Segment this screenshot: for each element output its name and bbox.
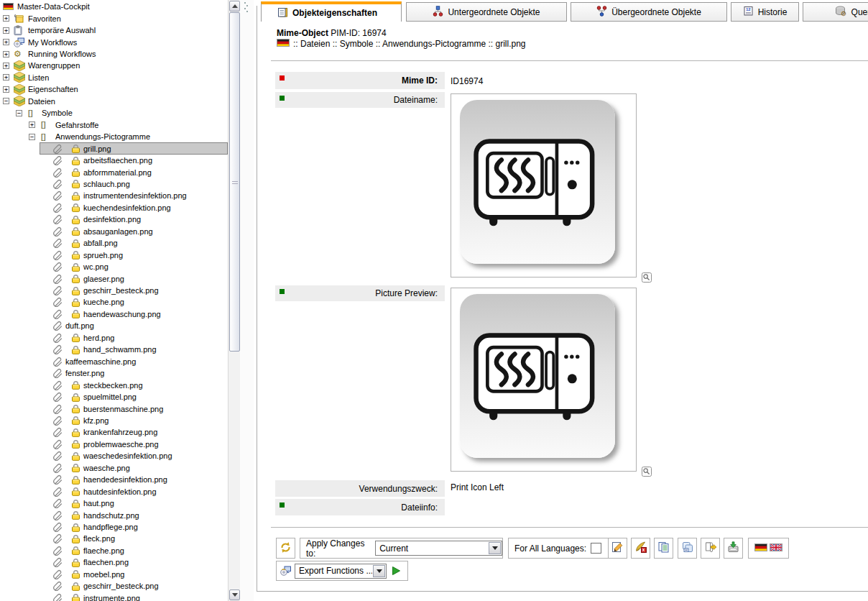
tree-file-label[interactable]: sprueh.png (82, 251, 124, 260)
tree-file-label[interactable]: flaeche.png (82, 546, 126, 555)
brackets-icon: [] (41, 133, 46, 141)
tree-file-label[interactable]: waesche.png (82, 464, 131, 472)
export-functions-select[interactable]: Export Functions ... (295, 564, 387, 579)
tree-file-label[interactable]: haut.png (82, 499, 116, 508)
tree-file-label[interactable]: abformmaterial.png (82, 168, 153, 177)
tree-file-label[interactable]: herd.png (82, 334, 116, 342)
expand-toggle[interactable]: + (3, 63, 9, 69)
tree-file-label[interactable]: fleck.png (82, 534, 116, 543)
tree-node-label[interactable]: Anwendungs-Pictogramme (54, 132, 152, 141)
tree-node-label[interactable]: Warengruppen (27, 61, 81, 70)
tree-file-label[interactable]: handpflege.png (82, 523, 139, 531)
for-all-languages-checkbox[interactable] (591, 543, 601, 554)
tree-file-label[interactable]: kueche.png (82, 298, 126, 306)
tree-file-label[interactable]: abfall.png (82, 239, 119, 247)
tree-file-label[interactable]: handschutz.png (82, 511, 141, 520)
expand-toggle[interactable]: + (3, 15, 9, 22)
tree-scrollbar[interactable] (228, 0, 240, 601)
refresh-button[interactable] (276, 538, 295, 559)
collapse-toggle[interactable]: − (3, 98, 9, 104)
tree-root-label[interactable]: Master-Data-Cockpit (16, 2, 91, 11)
tree-node-label[interactable]: Listen (27, 73, 50, 82)
tab-query-tool[interactable]: ⚙ Query Tool (803, 2, 868, 22)
collapse-toggle[interactable]: − (29, 134, 35, 140)
tree-file-label[interactable]: schlauch.png (82, 180, 131, 188)
tree-node-label[interactable]: Favoriten (27, 14, 63, 23)
expand-toggle[interactable]: + (3, 51, 9, 58)
tree-file-label[interactable]: duft.png (64, 321, 96, 330)
dropdown-button[interactable] (373, 565, 385, 577)
tree-node-label[interactable]: Symbole (40, 109, 74, 117)
scrollbar-thumb[interactable] (229, 12, 240, 352)
run-export-icon[interactable] (392, 566, 401, 576)
tree-file-label[interactable]: hand_schwamm.png (82, 345, 158, 354)
tree-node-label[interactable]: Gefahrstoffe (54, 121, 100, 129)
copy-button[interactable] (654, 538, 673, 559)
tree-file-label[interactable]: fenster.png (64, 369, 106, 377)
dropdown-button[interactable] (489, 542, 501, 554)
tab-label: Objekteigenschaften (292, 8, 377, 18)
tree-file-label[interactable]: geschirr_besteck.png (82, 286, 160, 295)
page-title: Mime-Object PIM-ID: 16974 (277, 28, 387, 38)
pane-splitter[interactable] (240, 0, 254, 601)
expand-toggle[interactable]: + (3, 27, 9, 34)
paperclip-icon (52, 404, 62, 414)
expand-toggle[interactable]: + (3, 39, 9, 45)
paperclip-icon (52, 226, 62, 237)
tab-untergeordnete-objekte[interactable]: Untergeordnete Objekte (406, 2, 567, 22)
edit-button[interactable] (608, 538, 627, 559)
tree-file-label[interactable]: waeschedesinfektion.png (82, 451, 174, 460)
zoom-image-button[interactable] (642, 272, 652, 283)
scroll-down-button[interactable] (229, 589, 240, 600)
tree-node-label[interactable]: My Workflows (27, 38, 78, 47)
tree-file-label[interactable]: kuechendesinfektion.png (82, 203, 172, 212)
svg-text:⚙: ⚙ (841, 10, 846, 17)
collapse-toggle[interactable]: − (16, 110, 22, 116)
expand-toggle[interactable]: + (29, 121, 35, 128)
paperclip-icon (52, 510, 62, 520)
tree-node-label[interactable]: Running Workflows (27, 50, 98, 58)
zoom-image-button[interactable] (642, 467, 652, 477)
tree-file-label[interactable]: geschirr_besteck.png (82, 582, 160, 590)
tree-file-label[interactable]: buerstenmaschine.png (82, 405, 165, 413)
paperclip-icon (52, 581, 62, 591)
tree-file-label[interactable]: hautdesinfektion.png (82, 487, 158, 496)
tree-file-label[interactable]: absauganlagen.png (82, 227, 154, 236)
language-flags-button[interactable] (748, 538, 789, 559)
expand-toggle[interactable]: + (3, 86, 9, 93)
tree-file-label[interactable]: problemwaesche.png (82, 440, 160, 449)
expand-toggle[interactable]: + (3, 74, 9, 81)
delete-signature-button[interactable]: x (631, 538, 650, 559)
tree-file-label[interactable]: haendewaschung.png (82, 310, 162, 318)
save-button[interactable] (724, 538, 743, 559)
panel-border (257, 591, 868, 592)
tree-node-label[interactable]: Eigenschaften (27, 85, 80, 93)
tree-file-label[interactable]: haendedesinfektion.png (82, 475, 169, 484)
tree-file-label[interactable]: kaffeemaschine.png (64, 357, 137, 366)
tree-file-label[interactable]: instrumente.png (82, 594, 142, 601)
tree-file-label[interactable]: wc.png (82, 262, 110, 271)
tree-node-label[interactable]: temporäre Auswahl (27, 26, 97, 35)
tab-historie[interactable]: 12 Historie (731, 2, 799, 22)
tree-file-label[interactable]: instrumentendesinfektion.png (82, 191, 188, 200)
tree-file-label[interactable]: grill.png (82, 144, 113, 153)
tree-node-label[interactable]: Dateien (27, 97, 57, 106)
tab-label: Query Tool (851, 7, 868, 17)
remove-copy-button[interactable] (678, 538, 697, 559)
tab-uebergeordnete-objekte[interactable]: Übergeordnete Objekte (571, 2, 727, 22)
tree-file-label[interactable]: glaeser.png (82, 275, 126, 283)
object-type-label: Mime-Object (277, 28, 328, 38)
apply-changes-select[interactable]: Current (375, 541, 502, 556)
scroll-up-button[interactable] (229, 1, 240, 12)
tree-file-label[interactable]: steckbecken.png (82, 381, 144, 390)
export-button[interactable] (701, 538, 720, 559)
tree-file-label[interactable]: kfz.png (82, 416, 110, 425)
tree-file-label[interactable]: krankenfahrzeug.png (82, 428, 159, 436)
tree-file-label[interactable]: arbeitsflaechen.png (82, 156, 154, 165)
tree-file-label[interactable]: spuelmittel.png (82, 393, 138, 401)
tree-file-label[interactable]: flaechen.png (82, 558, 130, 566)
tree-file-label[interactable]: desinfektion.png (82, 215, 142, 224)
tab-objekteigenschaften[interactable]: Objekteigenschaften (261, 1, 402, 22)
tree-file-label[interactable]: moebel.png (82, 570, 126, 579)
lock-icon (71, 250, 80, 260)
